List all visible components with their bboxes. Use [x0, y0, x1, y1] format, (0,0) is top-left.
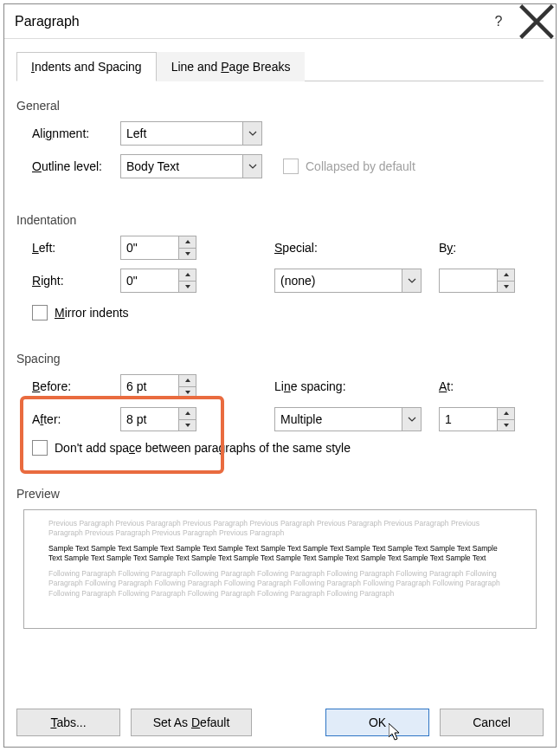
at-label: At: [439, 379, 454, 393]
titlebar: Paragraph ? [4, 4, 556, 39]
spin-down-icon[interactable] [498, 420, 514, 431]
preview-sample-text: Sample Text Sample Text Sample Text Samp… [48, 544, 512, 564]
chevron-down-icon[interactable] [242, 155, 261, 178]
set-as-default-button[interactable]: Set As Default [131, 709, 252, 736]
dialog-button-row: Tabs... Set As Default OK Cancel [16, 709, 544, 736]
outline-level-value[interactable] [120, 154, 262, 178]
ok-button[interactable]: OK [325, 709, 429, 736]
section-general-title: General [16, 99, 544, 113]
outline-level-combo[interactable] [120, 154, 262, 178]
spin-down-icon[interactable] [179, 249, 196, 260]
chevron-down-icon[interactable] [242, 122, 261, 145]
indent-left-label: Left: [32, 241, 120, 255]
dont-add-space-label: Don't add space between paragraphs of th… [55, 441, 351, 455]
spin-down-icon[interactable] [179, 420, 196, 431]
outline-level-label: Outline level: [32, 159, 120, 173]
mirror-indents-label: Mirror indents [55, 306, 129, 320]
special-value[interactable] [274, 269, 422, 293]
tab-strip: Indents and Spacing Line and Page Breaks [16, 51, 544, 81]
spacing-before-label: Before: [32, 379, 120, 393]
special-label: Special: [274, 241, 439, 255]
close-button[interactable] [518, 4, 556, 39]
section-indentation: Indentation Left: Special: By: Right: [16, 213, 544, 320]
spin-up-icon[interactable] [179, 269, 196, 282]
cancel-button[interactable]: Cancel [440, 709, 544, 736]
indent-right-spinner[interactable] [120, 269, 196, 293]
mirror-indents-checkbox[interactable] [32, 305, 48, 320]
paragraph-dialog: Paragraph ? Indents and Spacing Line and… [3, 3, 557, 748]
section-preview: Preview Previous Paragraph Previous Para… [16, 487, 544, 629]
spin-down-icon[interactable] [179, 282, 196, 293]
section-spacing-title: Spacing [16, 352, 544, 366]
tab-line-page-breaks[interactable]: Line and Page Breaks [157, 52, 306, 81]
spin-up-icon[interactable] [498, 269, 514, 282]
section-preview-title: Preview [16, 487, 544, 501]
by-spinner[interactable] [439, 269, 515, 293]
spacing-after-spinner[interactable] [120, 407, 196, 431]
spacing-after-label: After: [32, 412, 120, 426]
tab-indents-spacing[interactable]: Indents and Spacing [16, 52, 157, 81]
line-spacing-label: Line spacing: [274, 379, 439, 393]
dont-add-space-checkbox[interactable] [32, 440, 48, 456]
section-spacing: Spacing Before: Line spacing: At: After: [16, 352, 544, 456]
alignment-value[interactable] [120, 121, 262, 146]
section-general: General Alignment: Outline level: Collap… [16, 99, 544, 178]
special-combo[interactable] [274, 269, 422, 293]
indent-right-label: Right: [32, 274, 120, 288]
section-indentation-title: Indentation [16, 213, 544, 227]
cursor-icon [389, 723, 402, 742]
tabs-button[interactable]: Tabs... [16, 709, 120, 736]
spin-up-icon[interactable] [179, 408, 196, 420]
line-spacing-value[interactable] [274, 407, 422, 431]
chevron-down-icon[interactable] [402, 408, 421, 431]
spacing-before-spinner[interactable] [120, 374, 196, 398]
help-button[interactable]: ? [480, 4, 518, 39]
spin-up-icon[interactable] [179, 236, 196, 249]
by-label: By: [439, 241, 456, 255]
collapsed-checkbox [283, 159, 299, 174]
line-spacing-combo[interactable] [274, 407, 422, 431]
spin-up-icon[interactable] [179, 375, 196, 387]
collapsed-label: Collapsed by default [306, 159, 415, 173]
alignment-label: Alignment: [32, 126, 120, 140]
at-spinner[interactable] [439, 407, 515, 431]
alignment-combo[interactable] [120, 121, 262, 146]
spin-down-icon[interactable] [179, 387, 196, 398]
spin-up-icon[interactable] [498, 408, 514, 420]
chevron-down-icon[interactable] [402, 269, 421, 292]
indent-left-spinner[interactable] [120, 236, 196, 260]
spin-down-icon[interactable] [498, 282, 514, 293]
preview-following-text: Following Paragraph Following Paragraph … [48, 569, 512, 599]
preview-previous-text: Previous Paragraph Previous Paragraph Pr… [48, 519, 512, 539]
preview-box: Previous Paragraph Previous Paragraph Pr… [23, 509, 537, 629]
window-title: Paragraph [15, 14, 480, 29]
